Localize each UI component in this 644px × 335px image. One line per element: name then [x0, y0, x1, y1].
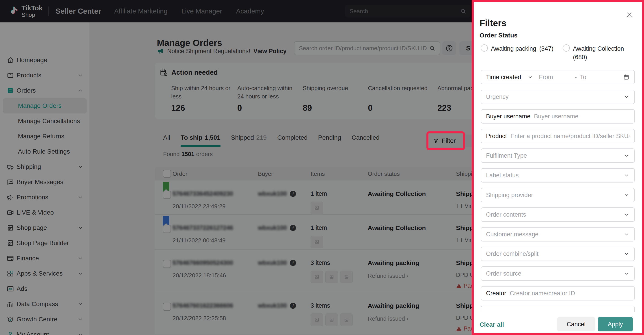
filters-title: Filters [480, 18, 506, 28]
select-placeholder: Customer message [486, 231, 538, 238]
select-placeholder: Order contents [486, 211, 526, 218]
filter-field-product[interactable]: ProductEnter a product name/product ID/s… [481, 129, 635, 143]
radio-count: (680) [573, 53, 624, 62]
chevron-down-icon [624, 94, 630, 100]
filters-footer: Clear all Cancel Apply [474, 312, 642, 333]
radio-option-awaiting-packing[interactable]: Awaiting packing (347) [481, 44, 554, 53]
date-to-placeholder: To [580, 74, 586, 81]
input-placeholder: Buyer username [534, 113, 578, 120]
filter-field-customer-message[interactable]: Customer message [481, 227, 635, 241]
filter-field-shipping-provider[interactable]: Shipping provider [481, 188, 635, 202]
select-placeholder: Shipping provider [486, 192, 533, 199]
cancel-button[interactable]: Cancel [557, 317, 595, 331]
order-status-label: Order Status [480, 32, 518, 39]
chevron-down-icon [624, 271, 630, 276]
chevron-down-icon [624, 251, 630, 257]
input-label: Buyer username [486, 113, 530, 120]
apply-button[interactable]: Apply [598, 317, 633, 331]
filter-field-order-contents[interactable]: Order contents [481, 207, 635, 222]
chevron-down-icon [624, 212, 630, 217]
radio-label: Awaiting Collection(680) [573, 44, 624, 62]
chevron-down-icon [624, 231, 630, 237]
filter-field-fulfilment-type[interactable]: Fulfilment Type [481, 148, 635, 163]
close-icon[interactable] [626, 11, 633, 18]
time-field-label: Time created [486, 74, 528, 81]
filter-field-creator[interactable]: CreatorCreator name/creator ID [481, 286, 635, 300]
radio-button-icon[interactable] [563, 44, 570, 52]
input-placeholder: Enter a product name/product ID/seller S… [510, 133, 630, 140]
radio-button-icon[interactable] [481, 44, 488, 52]
filters-panel: Filters Order Status Awaiting packing (3… [472, 0, 644, 335]
select-placeholder: Order combine/split [486, 250, 538, 257]
filter-field-order-combine-split[interactable]: Order combine/split [481, 247, 635, 261]
filter-field-urgency[interactable]: Urgency [481, 90, 635, 104]
radio-label-text: Awaiting Collection [573, 44, 624, 53]
input-placeholder: Creator name/creator ID [510, 290, 575, 297]
radio-label: Awaiting packing (347) [491, 44, 554, 53]
chevron-down-icon [624, 153, 630, 159]
filter-button-annotation-box [426, 131, 465, 150]
input-label: Creator [486, 290, 506, 297]
filter-field-order-source[interactable]: Order source [481, 266, 635, 281]
select-placeholder: Order source [486, 270, 522, 277]
chevron-down-icon [528, 75, 533, 80]
select-placeholder: Urgency [486, 94, 509, 101]
select-placeholder: Fulfilment Type [486, 152, 527, 159]
filter-field-label-status[interactable]: Label status [481, 168, 635, 183]
filter-field-time-created[interactable]: Time createdFrom-To [481, 70, 635, 84]
chevron-down-icon [624, 192, 630, 198]
calendar-icon [623, 74, 630, 80]
chevron-down-icon [624, 172, 630, 178]
seller-center-app: TikTok Shop Seller Center Affiliate Mark… [0, 0, 644, 335]
clear-all-link[interactable]: Clear all [480, 321, 504, 328]
date-range-dash: - [575, 74, 577, 81]
input-label: Product [486, 133, 507, 140]
radio-option-awaiting-collection[interactable]: Awaiting Collection(680) [563, 44, 624, 62]
date-from-placeholder: From [539, 74, 572, 81]
select-placeholder: Label status [486, 172, 519, 179]
filter-field-buyer-username[interactable]: Buyer usernameBuyer username [481, 109, 635, 124]
